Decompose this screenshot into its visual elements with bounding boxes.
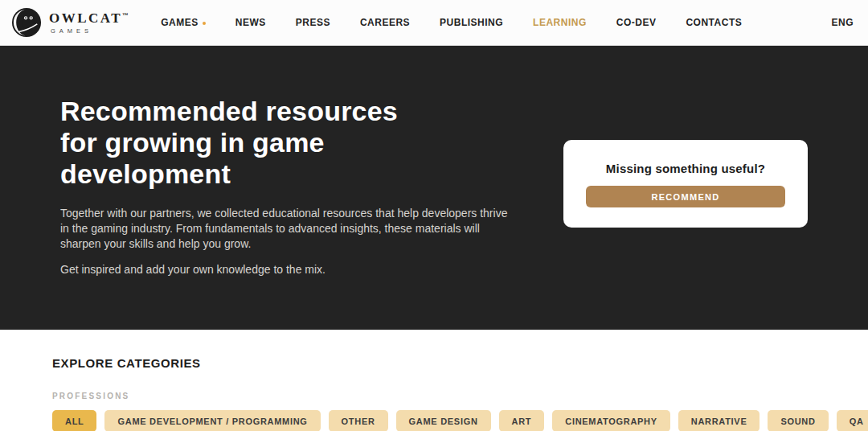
- nav-item-news[interactable]: NEWS: [235, 17, 266, 28]
- trademark-symbol: ™: [122, 12, 128, 18]
- hero-paragraph-2: Get inspired and add your own knowledge …: [60, 262, 518, 277]
- nav-item-games[interactable]: GAMES: [161, 17, 206, 28]
- recommend-card-title: Missing something useful?: [563, 162, 808, 175]
- language-selector[interactable]: ENG: [831, 17, 854, 28]
- nav-item-press[interactable]: PRESS: [296, 17, 330, 28]
- filter-chip-sound[interactable]: SOUND: [768, 410, 828, 431]
- page-title: Recommended resources for growing in gam…: [60, 96, 438, 190]
- filter-chip-other[interactable]: OTHER: [329, 410, 388, 431]
- nav-item-careers[interactable]: CAREERS: [360, 17, 410, 28]
- recommend-button[interactable]: RECOMMEND: [586, 186, 785, 207]
- filter-chip-game-design[interactable]: GAME DESIGN: [396, 410, 491, 431]
- filter-chip-cinematography[interactable]: CINEMATOGRAPHY: [552, 410, 670, 431]
- filter-chip-narrative[interactable]: NARRATIVE: [678, 410, 760, 431]
- recommend-card: Missing something useful? RECOMMEND: [563, 140, 808, 228]
- explore-categories-section: EXPLORE CATEGORIES PROFESSIONS ALLGAME D…: [0, 330, 868, 431]
- profession-filters: ALLGAME DEVELOPMENT / PROGRAMMINGOTHERGA…: [52, 410, 868, 431]
- filter-chip-game-development-programming[interactable]: GAME DEVELOPMENT / PROGRAMMING: [104, 410, 320, 431]
- hero-copy: Recommended resources for growing in gam…: [60, 96, 542, 277]
- professions-label: PROFESSIONS: [52, 392, 868, 400]
- dropdown-dot-icon: [203, 22, 206, 25]
- hero-section: Recommended resources for growing in gam…: [0, 46, 868, 330]
- filter-chip-qa[interactable]: QA: [837, 410, 868, 431]
- top-navigation-bar: OWLCAT™ GAMES GAMESNEWSPRESSCAREERSPUBLI…: [0, 0, 868, 46]
- nav-item-learning[interactable]: LEARNING: [533, 17, 587, 28]
- filter-chip-all[interactable]: ALL: [52, 410, 96, 431]
- filter-chip-art[interactable]: ART: [499, 410, 545, 431]
- explore-categories-heading: EXPLORE CATEGORIES: [52, 356, 868, 370]
- nav-item-publishing[interactable]: PUBLISHING: [440, 17, 503, 28]
- owlcat-logo[interactable]: OWLCAT™ GAMES: [11, 7, 128, 38]
- owlcat-owl-icon: [11, 7, 42, 38]
- nav-item-contacts[interactable]: CONTACTS: [686, 17, 742, 28]
- main-nav: GAMESNEWSPRESSCAREERSPUBLISHINGLEARNINGC…: [161, 17, 831, 28]
- owlcat-wordmark: OWLCAT™ GAMES: [49, 11, 128, 35]
- logo-title: OWLCAT™: [49, 11, 128, 25]
- nav-item-co-dev[interactable]: CO-DEV: [616, 17, 657, 28]
- logo-subtitle: GAMES: [49, 28, 128, 35]
- hero-paragraph-1: Together with our partners, we collected…: [60, 206, 518, 252]
